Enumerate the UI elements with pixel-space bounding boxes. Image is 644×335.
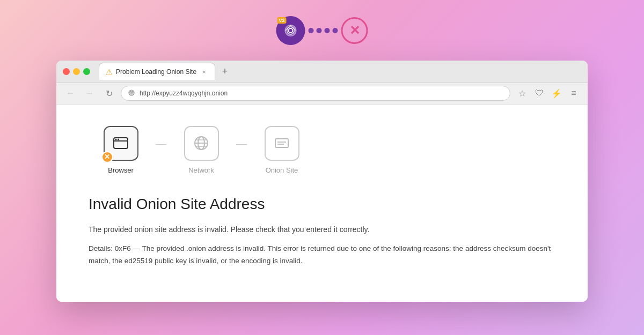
tor-dot-2: [317, 28, 322, 33]
onion-svg: [282, 22, 299, 39]
extension-button[interactable]: ⚡: [549, 86, 564, 101]
traffic-lights: [63, 68, 90, 75]
network-icon-circle: [184, 126, 219, 161]
onion-address-icon: [128, 89, 135, 98]
svg-point-2: [289, 28, 293, 33]
title-bar: ⚠ Problem Loading Onion Site × +: [56, 61, 588, 83]
tor-dot-4: [333, 28, 338, 33]
svg-point-10: [115, 139, 117, 140]
forward-icon: →: [85, 88, 94, 98]
tor-dot-3: [325, 28, 330, 33]
tab-close-button[interactable]: ×: [200, 68, 208, 76]
onion-site-status-item: Onion Site: [250, 126, 314, 174]
reload-icon: ↻: [106, 88, 113, 99]
browser-status-item: ✕ Browser: [89, 126, 153, 174]
tab-warning-icon: ⚠: [106, 68, 113, 76]
svg-point-11: [118, 139, 119, 140]
forward-button[interactable]: →: [82, 86, 97, 101]
browser-status-label: Browser: [108, 166, 134, 174]
back-button[interactable]: ←: [63, 86, 78, 101]
browser-error-symbol: ✕: [104, 153, 110, 161]
extension-icon: ⚡: [551, 88, 562, 99]
close-button[interactable]: [63, 68, 70, 75]
tor-indicator: V2 ✕: [276, 16, 368, 45]
address-bar[interactable]: http://expyuzz4wqqyqhjn.onion: [121, 86, 510, 101]
tor-onion-icon: V2: [276, 16, 305, 45]
status-icons-row: ✕ Browser — Network: [89, 126, 555, 174]
tor-error-circle: ✕: [341, 17, 368, 44]
bookmark-button[interactable]: ☆: [515, 86, 530, 101]
menu-button[interactable]: ≡: [566, 86, 581, 101]
network-svg: [192, 133, 211, 153]
browser-error-badge: ✕: [101, 151, 113, 163]
active-tab[interactable]: ⚠ Problem Loading Onion Site ×: [99, 63, 215, 80]
back-icon: ←: [66, 88, 75, 98]
browser-window: ⚠ Problem Loading Onion Site × + ← → ↻: [56, 61, 588, 302]
shield-button[interactable]: 🛡: [532, 86, 547, 101]
tor-error-symbol: ✕: [349, 23, 360, 38]
tor-dot-1: [309, 28, 314, 33]
menu-icon: ≡: [571, 88, 576, 98]
minimize-button[interactable]: [73, 68, 80, 75]
error-details: Details: 0xF6 — The provided .onion addr…: [89, 243, 555, 267]
new-tab-button[interactable]: +: [217, 64, 232, 79]
url-display: http://expyuzz4wqqyqhjn.onion: [140, 90, 228, 97]
browser-svg: [111, 133, 130, 153]
bookmark-icon: ☆: [518, 88, 526, 99]
network-status-item: Network: [169, 126, 233, 174]
separator-2: —: [236, 126, 247, 150]
network-status-label: Network: [188, 166, 214, 174]
svg-point-6: [130, 91, 133, 94]
shield-icon: 🛡: [535, 88, 544, 98]
tab-title: Problem Loading Onion Site: [116, 68, 196, 76]
svg-rect-17: [275, 139, 288, 147]
error-title: Invalid Onion Site Address: [89, 196, 555, 213]
page-content: ✕ Browser — Network: [56, 105, 588, 302]
reload-button[interactable]: ↻: [101, 86, 116, 101]
onion-site-status-label: Onion Site: [266, 166, 298, 174]
separator-1: —: [156, 126, 166, 150]
error-description: The provided onion site address is inval…: [89, 224, 555, 235]
tor-dots: [309, 28, 338, 33]
nav-bar: ← → ↻ http://expyuzz4wqqyqhjn.onion ☆ 🛡: [56, 83, 588, 105]
onion-site-svg: [272, 133, 291, 153]
tabs-area: ⚠ Problem Loading Onion Site × +: [99, 63, 581, 80]
maximize-button[interactable]: [83, 68, 90, 75]
onion-site-icon-circle: [265, 126, 299, 161]
v2-badge: V2: [277, 17, 287, 24]
svg-point-7: [131, 92, 132, 93]
browser-icon-circle: ✕: [104, 126, 138, 161]
nav-actions: ☆ 🛡 ⚡ ≡: [515, 86, 581, 101]
